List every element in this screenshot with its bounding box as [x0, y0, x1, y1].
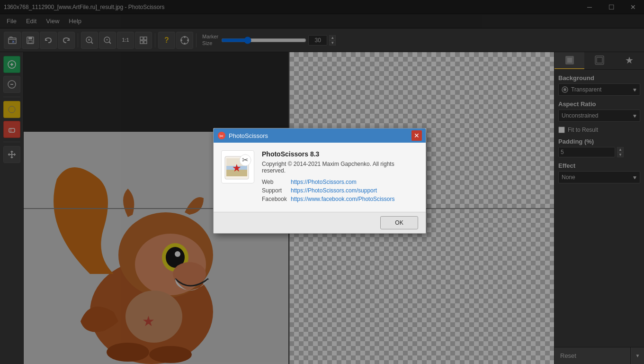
facebook-link-row: Facebook https://www.facebook.com/PhotoS… — [262, 196, 418, 202]
web-link[interactable]: https://PhotoScissors.com — [291, 179, 357, 185]
dialog-footer: OK — [214, 212, 426, 233]
facebook-label: Facebook — [262, 196, 288, 202]
dialog-app-icon: ✂ — [217, 131, 226, 140]
copyright-text: Copyright © 2014-2021 Maxim Gapchenko. A… — [262, 161, 418, 174]
svg-text:✂: ✂ — [219, 133, 224, 139]
support-link[interactable]: https://PhotoScissors.com/support — [291, 187, 377, 194]
svg-text:✂: ✂ — [242, 156, 248, 164]
web-link-row: Web https://PhotoScissors.com — [262, 179, 418, 185]
facebook-link[interactable]: https://www.facebook.com/PhotoScissors — [291, 196, 394, 202]
app-icon-image: ★ ✂ — [221, 150, 254, 183]
dialog-body: ★ ✂ PhotoScissors 8.3 Copyright © 2014-2… — [214, 143, 426, 212]
dialog-close-button[interactable]: ✕ — [411, 130, 422, 141]
about-dialog: ✂ PhotoScissors ✕ ★ — [213, 128, 426, 234]
dialog-ok-button[interactable]: OK — [380, 216, 418, 229]
app-name: PhotoScissors 8.3 — [262, 150, 418, 158]
dialog-info: PhotoScissors 8.3 Copyright © 2014-2021 … — [262, 150, 418, 204]
dialog-title: ✂ PhotoScissors — [217, 131, 268, 140]
dialog-title-bar: ✂ PhotoScissors ✕ — [214, 128, 426, 143]
support-label: Support — [262, 187, 288, 194]
dialog-overlay[interactable]: ✂ PhotoScissors ✕ ★ — [0, 0, 644, 364]
support-link-row: Support https://PhotoScissors.com/suppor… — [262, 187, 418, 194]
web-label: Web — [262, 179, 288, 185]
svg-text:★: ★ — [232, 162, 242, 174]
app-icon-svg: ★ ✂ — [223, 152, 253, 182]
